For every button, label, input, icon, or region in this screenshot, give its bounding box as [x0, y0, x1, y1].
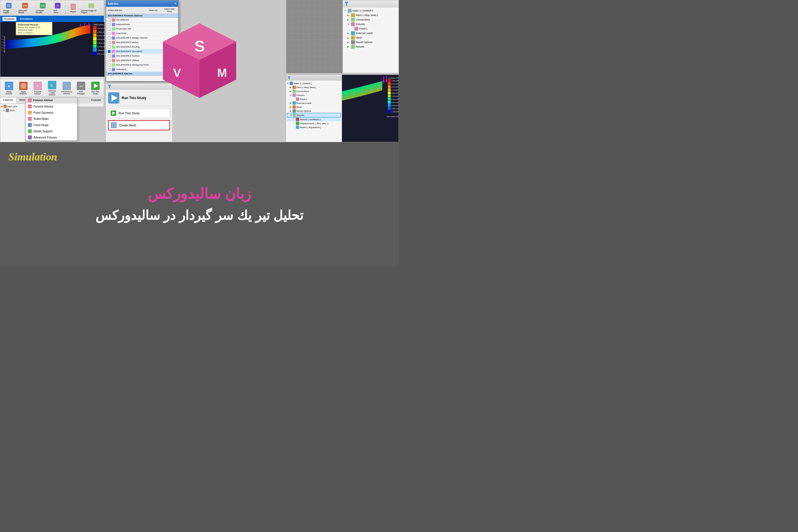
menu-icon-af: [28, 135, 32, 139]
plot-tools-btn[interactable]: PT Plot Tools: [52, 1, 63, 14]
menu-fixtures-advisor[interactable]: Fixtures Advisor: [25, 103, 77, 110]
svg-text:S: S: [8, 84, 10, 88]
svg-text:DR: DR: [23, 4, 27, 7]
tree-extloads[interactable]: ▶ External Loads: [344, 31, 397, 36]
svg-rect-90: [388, 101, 391, 103]
mt-icon5: [296, 97, 299, 101]
results-icon: [351, 45, 355, 49]
addin-check[interactable]: [108, 41, 111, 44]
context-menu[interactable]: Fixtures Advisor Fixtures Advisor Fixed …: [25, 97, 77, 141]
mt-icon11: [296, 121, 299, 125]
top-section: DI Design Insight DR Deformed Result CR …: [0, 0, 399, 142]
tree-part1[interactable]: ▶ Part1 (-Alloy Steel-): [344, 13, 397, 17]
tree-content: ▼ Static 1 (-Default-) ▶ Part1 (-Alloy S…: [343, 7, 399, 50]
addin-check[interactable]: [108, 37, 111, 39]
addin-check[interactable]: [108, 68, 111, 71]
tree-connections[interactable]: ▶ Connections: [344, 17, 397, 22]
simulation-tab[interactable]: Simulation: [20, 17, 33, 20]
design-insight-btn[interactable]: DI Design Insight: [2, 1, 16, 14]
addin-check[interactable]: [108, 63, 111, 66]
svg-rect-84: [388, 92, 391, 94]
run-title: Run This Study: [121, 96, 146, 100]
addin-icon-tb: [112, 54, 115, 58]
evaluate-bar: Evaluate Simulation: [0, 16, 104, 22]
mt-static1[interactable]: ▼ Static 1 (-Default-): [287, 81, 341, 85]
dialog-title-text: Add-Ins: [108, 2, 118, 5]
addin-check[interactable]: [108, 32, 111, 35]
addin-icon-dc: [112, 36, 115, 40]
mt-mesh[interactable]: ▶ Mesh: [287, 105, 341, 109]
main-subtitle: تحليل تير يك سر گيردار در ساليدوركس: [6, 208, 393, 223]
addin-check[interactable]: [108, 59, 111, 62]
svg-text:1.026e+008: 1.026e+008: [391, 80, 399, 82]
svg-text:S: S: [194, 37, 205, 55]
tree-results[interactable]: ▶ Results: [344, 44, 397, 49]
svg-text:7.717e+007: 7.717e+007: [391, 89, 399, 91]
svg-rect-96: [388, 110, 391, 113]
svg-marker-52: [344, 2, 348, 6]
filter-icon: [344, 1, 349, 6]
svg-rect-82: [388, 89, 391, 91]
svg-text:6.862e+007: 6.862e+007: [391, 92, 399, 94]
menu-fixed-hinge[interactable]: Fixed Hinge: [25, 122, 77, 128]
tree-toolbar: [343, 0, 399, 7]
svg-text:1.733e+007: 1.733e+007: [391, 111, 399, 113]
tree-part1[interactable]: ▶ Part1 (De...: [1, 104, 24, 108]
svg-text:Yield strength: 6.204e+008: Yield strength: 6.204e+008: [386, 116, 399, 117]
mt-strain1[interactable]: Strain1 (-Equivalent-): [287, 125, 341, 129]
mt-extloads[interactable]: ▶ External Loads: [287, 101, 341, 105]
tree-resultopts[interactable]: ▶ Result Options: [344, 40, 397, 44]
compare-results-btn[interactable]: CR Compare Results: [34, 1, 51, 14]
svg-rect-34: [93, 48, 97, 52]
fixtures-advisor-btn[interactable]: F Fixtures Advisor: [31, 80, 44, 96]
study-advisor-btn[interactable]: S Study Advisor: [2, 80, 15, 96]
features-tab[interactable]: Features: [0, 98, 16, 103]
addin-check[interactable]: [108, 23, 111, 26]
mt-connections[interactable]: ▶ Connections: [287, 89, 341, 93]
apply-material-btn[interactable]: Apply Material: [17, 80, 30, 96]
mt-part1[interactable]: ▶ Part1 (-Alloy Steel-): [287, 85, 341, 89]
svg-text:URES (mm): URES (mm): [93, 24, 104, 26]
run-study-btn[interactable]: Run This Study: [89, 80, 101, 96]
svg-text:9.071e-002: 9.071e-002: [97, 53, 104, 55]
svg-text:1.996e-001: 1.996e-001: [97, 31, 104, 33]
addin-check[interactable]: [108, 55, 111, 57]
tree-fixtures[interactable]: ▼ Fixtures: [344, 22, 397, 26]
report-btn[interactable]: Report: [68, 2, 79, 14]
addin-check[interactable]: [108, 45, 111, 49]
mt-resultopts[interactable]: ▶ Result Options: [287, 109, 341, 113]
evaluate-tab[interactable]: Evaluate: [2, 17, 16, 21]
svg-rect-28: [93, 37, 97, 40]
tree-mesh[interactable]: ▶ Mesh: [344, 36, 397, 40]
left-tree-fragment: ▶ Part1 (De... ▶ Histo...: [0, 103, 25, 142]
evaluate-tab2[interactable]: Evaluate: [89, 98, 104, 103]
simulation-label: Simulation: [8, 151, 57, 163]
mt-fixed1[interactable]: Fixed-1: [287, 97, 341, 101]
svg-text:1.633e-001: 1.633e-001: [97, 39, 104, 40]
svg-rect-26: [93, 34, 97, 37]
shell-manager-btn[interactable]: SM Shell Manager: [75, 80, 87, 96]
external-loads-btn[interactable]: EL External Loads Advisor: [45, 80, 59, 97]
tree-fixed1[interactable]: Fixed-1: [344, 26, 397, 31]
addin-check[interactable]: [108, 19, 111, 21]
svg-text:1.270e-001: 1.270e-001: [97, 46, 104, 48]
tree-history[interactable]: ▶ Histo...: [1, 108, 24, 112]
include-image-btn[interactable]: Include Image for Report: [80, 1, 102, 14]
menu-roller-slider[interactable]: Roller/Slider: [25, 116, 77, 122]
mt-icon10: [296, 118, 299, 121]
menu-fixed-geometry[interactable]: Fixed Geometry: [25, 110, 77, 116]
addin-check[interactable]: [108, 27, 111, 31]
svg-text:3.427e+007: 3.427e+007: [391, 83, 399, 85]
menu-elastic-support[interactable]: Elastic Support: [25, 128, 77, 134]
svg-rect-80: [388, 85, 391, 88]
menu-advanced-fixtures[interactable]: Advanced Fixtures: [25, 134, 77, 140]
connections-btn[interactable]: C Connections Advisor: [60, 80, 73, 96]
mt-disp1[interactable]: Displacement1 (-Res. disp.-): [287, 121, 341, 125]
mt-fixtures[interactable]: ▼ Fixtures: [287, 93, 341, 97]
mt-stress1[interactable]: Stress1 (-vonMises-): [287, 117, 341, 121]
tree-static1[interactable]: ▼ Static 1 (-Default-): [344, 8, 397, 13]
svg-text:1.814e-001: 1.814e-001: [97, 35, 104, 37]
addin-check-sim[interactable]: [108, 50, 111, 53]
mt-results[interactable]: ▼ Results: [287, 113, 341, 117]
deformed-result-btn[interactable]: DR Deformed Result: [17, 1, 33, 14]
